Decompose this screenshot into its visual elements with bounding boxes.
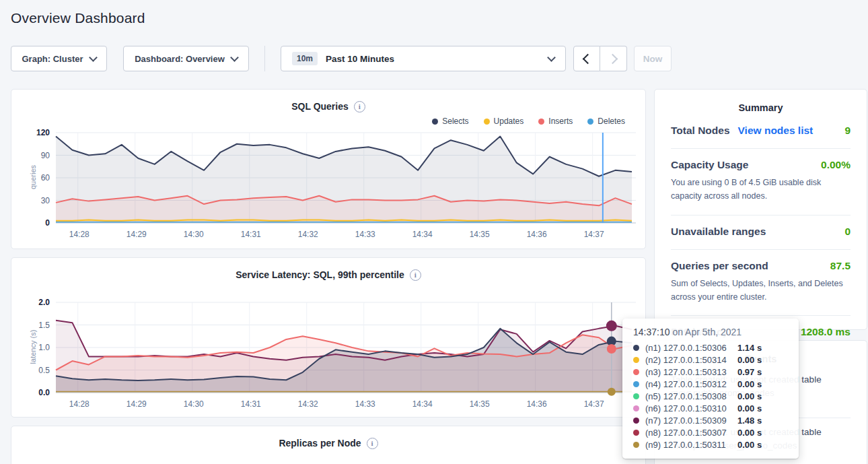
- series-color-dot: [633, 442, 639, 448]
- latency-value: 0.00 s: [737, 440, 762, 450]
- now-button[interactable]: Now: [634, 46, 672, 71]
- overview-dashboard-page: Overview Dashboard Graph: Cluster Dashbo…: [0, 0, 868, 464]
- info-icon[interactable]: i: [367, 438, 378, 449]
- time-range-dropdown[interactable]: 10m Past 10 Minutes: [281, 46, 566, 71]
- service-latency-chart-card: Service Latency: SQL, 99th percentile i …: [11, 257, 646, 418]
- summary-title: Summary: [671, 90, 851, 114]
- summary-value: 0.00%: [821, 159, 851, 171]
- legend-dot: [587, 119, 593, 125]
- legend-label: Deletes: [598, 117, 625, 126]
- svg-text:0: 0: [45, 218, 50, 228]
- service-latency-chart[interactable]: latency (s) 0.00.51.01.52.014:2814:2914:…: [13, 298, 645, 414]
- summary-description: Sum of Selects, Updates, Inserts, and De…: [671, 277, 851, 304]
- summary-row-total-nodes: Total Nodes View nodes list 9: [671, 114, 851, 149]
- view-nodes-list-link[interactable]: View nodes list: [738, 125, 813, 137]
- legend-dot: [484, 119, 490, 125]
- chart-title: SQL Queries: [291, 101, 349, 112]
- series-color-dot: [633, 430, 639, 436]
- svg-text:0.5: 0.5: [38, 366, 50, 375]
- svg-text:14:35: 14:35: [470, 399, 490, 409]
- node-address: (n7) 127.0.0.1:50309: [645, 416, 737, 426]
- series-color-dot: [633, 357, 639, 363]
- tooltip-series-row: (n2) 127.0.0.1:503140.00 s: [633, 354, 789, 366]
- chevron-down-icon: [547, 53, 556, 62]
- time-range-badge: 10m: [292, 52, 318, 65]
- summary-value: 9: [844, 125, 851, 137]
- node-address: (n4) 127.0.0.1:50312: [645, 379, 737, 389]
- svg-text:14:32: 14:32: [298, 399, 318, 409]
- chevron-left-icon: [583, 53, 593, 64]
- svg-text:120: 120: [36, 129, 50, 137]
- page-title: Overview Dashboard: [0, 0, 868, 26]
- svg-text:14:34: 14:34: [412, 399, 433, 409]
- legend-item[interactable]: Deletes: [587, 117, 625, 126]
- latency-value: 0.97 s: [737, 367, 762, 377]
- tooltip-series-row: (n6) 127.0.0.1:503100.00 s: [633, 402, 789, 414]
- time-prev-button[interactable]: [573, 46, 600, 71]
- legend-item[interactable]: Selects: [432, 117, 468, 126]
- tooltip-timestamp: 14:37:10 on Apr 5th, 2021: [633, 327, 789, 337]
- legend-label: Selects: [442, 117, 468, 126]
- summary-value: 1208.0 ms: [801, 326, 851, 338]
- svg-text:14:36: 14:36: [527, 399, 547, 409]
- chart-header: Service Latency: SQL, 99th percentile i: [11, 267, 645, 282]
- latency-value: 0.00 s: [737, 391, 762, 401]
- latency-value: 0.00 s: [737, 403, 762, 413]
- node-address: (n8) 127.0.0.1:50307: [645, 428, 737, 438]
- info-icon[interactable]: i: [354, 101, 365, 112]
- dashboard-dropdown-label: Dashboard: Overview: [135, 54, 225, 64]
- chart-title: Service Latency: SQL, 99th percentile: [236, 269, 404, 280]
- svg-text:14:36: 14:36: [527, 230, 547, 239]
- summary-panel: Summary Total Nodes View nodes list 9 Ca…: [654, 89, 867, 330]
- svg-text:14:37: 14:37: [584, 399, 604, 409]
- graph-dropdown[interactable]: Graph: Cluster: [11, 46, 107, 71]
- svg-text:14:29: 14:29: [126, 230, 147, 239]
- time-range-label: Past 10 Minutes: [326, 54, 394, 64]
- tooltip-series-row: (n8) 127.0.0.1:503070.00 s: [633, 426, 789, 438]
- series-color-dot: [633, 418, 639, 424]
- charts-column: SQL Queries i SelectsUpdatesInsertsDelet…: [11, 89, 646, 464]
- summary-label: Queries per second: [671, 260, 768, 272]
- svg-text:14:28: 14:28: [69, 230, 89, 239]
- legend-item[interactable]: Inserts: [538, 117, 573, 126]
- latency-value: 0.00 s: [737, 379, 762, 389]
- summary-description: You are using 0 B of 4.5 GiB usable disk…: [671, 176, 851, 203]
- time-next-button[interactable]: [600, 46, 627, 71]
- dashboard-dropdown[interactable]: Dashboard: Overview: [123, 46, 249, 71]
- legend-label: Inserts: [548, 117, 573, 126]
- legend-item[interactable]: Updates: [484, 117, 524, 126]
- info-icon[interactable]: i: [410, 269, 421, 281]
- legend-dot: [538, 119, 544, 125]
- toolbar: Graph: Cluster Dashboard: Overview 10m P…: [11, 46, 868, 71]
- tooltip-series-row: (n5) 127.0.0.1:503080.00 s: [633, 390, 789, 402]
- latency-value: 0.00 s: [737, 428, 762, 438]
- series-color-dot: [633, 381, 639, 387]
- tooltip-series-row: (n7) 127.0.0.1:503091.48 s: [633, 414, 789, 426]
- tooltip-series-row: (n1) 127.0.0.1:503061.14 s: [633, 341, 789, 354]
- latency-value: 1.48 s: [737, 416, 762, 426]
- svg-text:30: 30: [41, 196, 50, 205]
- summary-value: 0: [844, 226, 851, 238]
- summary-label: Capacity Usage: [671, 159, 748, 171]
- sql-queries-chart[interactable]: queries 030609012014:2814:2914:3014:3114…: [13, 129, 645, 244]
- chart-header: Replicas per Node i: [11, 436, 645, 451]
- y-axis-label: latency (s): [29, 330, 37, 364]
- chart-hover-tooltip: 14:37:10 on Apr 5th, 2021 (n1) 127.0.0.1…: [622, 319, 799, 459]
- summary-label: Unavailable ranges: [671, 226, 766, 238]
- node-address: (n2) 127.0.0.1:50314: [645, 355, 737, 365]
- chart-legend: SelectsUpdatesInsertsDeletes: [11, 115, 625, 127]
- y-axis-label: queries: [29, 165, 37, 189]
- svg-text:14:35: 14:35: [470, 230, 490, 239]
- replicas-per-node-chart-card: Replicas per Node i: [11, 426, 646, 464]
- svg-text:14:30: 14:30: [184, 399, 204, 409]
- chevron-down-icon: [89, 53, 98, 62]
- svg-text:0.0: 0.0: [38, 388, 50, 397]
- series-color-dot: [633, 405, 639, 411]
- summary-row-queries-per-second: Queries per second 87.5 Sum of Selects, …: [671, 250, 851, 317]
- chart-header: SQL Queries i: [11, 99, 645, 114]
- svg-text:14:34: 14:34: [412, 230, 433, 239]
- time-pager: [573, 46, 627, 71]
- sql-queries-chart-card: SQL Queries i SelectsUpdatesInsertsDelet…: [11, 89, 646, 249]
- node-address: (n9) 127.0.0.1:50311: [645, 440, 737, 450]
- node-address: (n5) 127.0.0.1:50308: [645, 391, 737, 401]
